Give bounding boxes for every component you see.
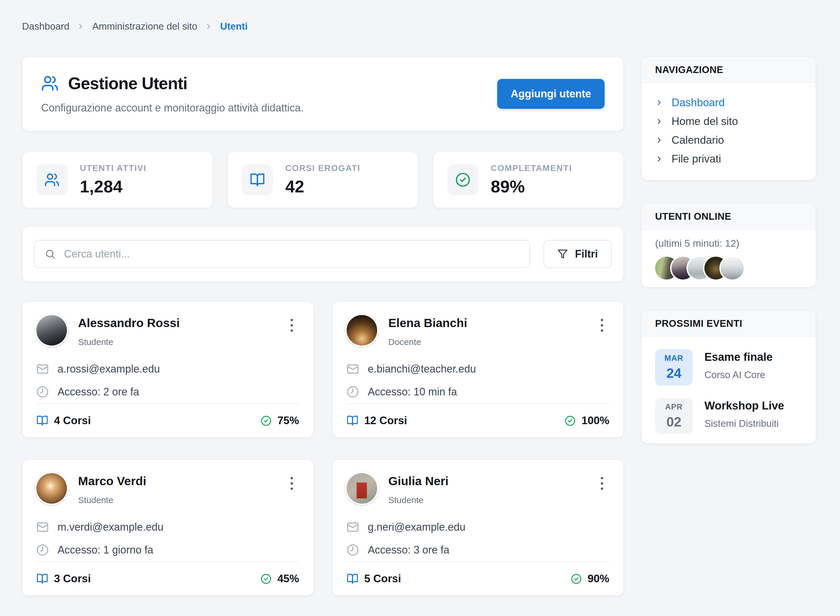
event-title: Esame finale [704, 351, 772, 364]
sidebar-item-label: Home del sito [671, 115, 738, 128]
check-circle-icon [261, 415, 272, 426]
mail-icon [347, 363, 359, 375]
upcoming-events-block: PROSSIMI EVENTI MAR 24 Esame finale Cors… [641, 310, 816, 444]
user-email: g.neri@example.edu [347, 521, 609, 533]
user-email-text: m.verdi@example.edu [57, 521, 163, 533]
book-open-icon [347, 415, 358, 427]
clock-icon [347, 386, 359, 398]
avatar [347, 473, 377, 504]
search-input[interactable] [64, 248, 520, 260]
user-email-text: a.rossi@example.edu [57, 363, 160, 375]
user-menu-button[interactable] [284, 473, 299, 494]
page-header-card: Gestione Utenti Configurazione account e… [22, 57, 624, 131]
avatar [37, 473, 67, 504]
user-courses-text: 3 Corsi [54, 573, 91, 585]
user-card: Alessandro Rossi Studente a.rossi@exampl… [22, 301, 313, 438]
filters-label: Filtri [575, 248, 598, 260]
sidebar: NAVIGAZIONE Dashboard Home del sito Cale… [641, 57, 816, 467]
user-last-access: Accesso: 10 min fa [347, 386, 609, 398]
user-last-access: Accesso: 3 ore fa [347, 544, 609, 556]
avatar [347, 315, 377, 346]
page-subtitle: Configurazione account e monitoraggio at… [41, 102, 304, 114]
user-completion-text: 45% [278, 573, 299, 585]
user-last-access-text: Accesso: 1 giorno fa [57, 544, 153, 556]
user-menu-button[interactable] [595, 315, 609, 336]
filters-button[interactable]: Filtri [543, 240, 612, 268]
user-completion-text: 90% [587, 573, 609, 585]
event-date-badge: APR 02 [655, 398, 693, 434]
stats-row: UTENTI ATTIVI 1,284 CORSI EROGATI 42 COM… [22, 152, 624, 208]
user-courses: 3 Corsi [37, 573, 91, 585]
user-courses-text: 5 Corsi [364, 573, 401, 585]
online-avatars [655, 257, 802, 280]
page-title: Gestione Utenti [68, 73, 187, 93]
stat-label: CORSI EROGATI [285, 163, 360, 173]
user-grid: Alessandro Rossi Studente a.rossi@exampl… [22, 301, 624, 596]
sidebar-item-calendar[interactable]: Calendario [655, 131, 802, 150]
user-courses-text: 4 Corsi [54, 415, 91, 427]
stat-card-courses: CORSI EROGATI 42 [228, 152, 418, 208]
upcoming-events-title: PROSSIMI EVENTI [642, 311, 816, 336]
book-open-icon [242, 164, 273, 195]
user-completion: 90% [571, 573, 609, 585]
user-menu-button[interactable] [284, 315, 299, 336]
user-courses: 4 Corsi [37, 415, 91, 427]
user-card: Giulia Neri Studente g.neri@example.edu … [332, 459, 624, 596]
page: Dashboard Amministrazione del sito Utent… [0, 0, 840, 596]
sidebar-item-private-files[interactable]: File privati [655, 150, 802, 169]
user-menu-button[interactable] [595, 473, 609, 494]
online-user-avatar[interactable] [721, 257, 744, 280]
breadcrumb-dashboard[interactable]: Dashboard [22, 21, 69, 32]
user-role: Docente [388, 337, 583, 347]
clock-icon [347, 544, 359, 556]
chevron-right-icon [655, 98, 663, 107]
user-last-access: Accesso: 2 ore fa [37, 386, 299, 398]
breadcrumb: Dashboard Amministrazione del sito Utent… [22, 21, 816, 32]
online-users-title: UTENTI ONLINE [642, 204, 816, 229]
chevron-right-icon [205, 23, 213, 30]
event-item: APR 02 Workshop Live Sistemi Distribuiti [655, 398, 802, 434]
event-day: 24 [666, 365, 681, 381]
stat-value: 1,284 [80, 177, 147, 196]
breadcrumb-site-admin[interactable]: Amministrazione del sito [92, 21, 197, 32]
main-content: Gestione Utenti Configurazione account e… [22, 57, 624, 596]
user-name: Marco Verdi [78, 474, 273, 488]
chevron-right-icon [655, 136, 663, 144]
user-last-access: Accesso: 1 giorno fa [37, 544, 299, 556]
user-last-access-text: Accesso: 3 ore fa [368, 544, 449, 556]
user-email-text: g.neri@example.edu [368, 521, 466, 533]
user-email-text: e.bianchi@teacher.edu [368, 363, 476, 375]
check-circle-icon [571, 573, 582, 584]
user-email: m.verdi@example.edu [37, 521, 299, 533]
user-completion-text: 100% [582, 415, 609, 427]
user-role: Studente [78, 337, 273, 347]
user-name: Elena Bianchi [388, 316, 583, 330]
filter-icon [557, 249, 568, 259]
sidebar-item-label: Dashboard [671, 97, 725, 109]
users-icon [37, 164, 68, 195]
online-users-count: (ultimi 5 minuti: 12) [655, 238, 802, 249]
check-circle-icon [447, 164, 479, 195]
user-completion: 100% [565, 415, 609, 427]
event-month: APR [665, 402, 683, 412]
user-last-access-text: Accesso: 10 min fa [368, 386, 457, 398]
event-date-badge: MAR 24 [655, 349, 693, 386]
clock-icon [37, 544, 49, 556]
user-completion: 75% [261, 415, 299, 427]
event-item: MAR 24 Esame finale Corso AI Core [655, 349, 802, 386]
sidebar-item-dashboard[interactable]: Dashboard [655, 93, 802, 112]
chevron-right-icon [77, 23, 85, 30]
book-open-icon [37, 415, 48, 427]
search-icon [45, 248, 56, 260]
sidebar-item-site-home[interactable]: Home del sito [655, 112, 802, 131]
stat-label: UTENTI ATTIVI [80, 163, 147, 173]
add-user-button[interactable]: Aggiungi utente [497, 79, 605, 109]
user-role: Studente [78, 495, 273, 505]
user-courses: 5 Corsi [347, 573, 401, 585]
mail-icon [37, 521, 49, 533]
book-open-icon [347, 573, 358, 585]
chevron-right-icon [655, 155, 663, 163]
user-email: a.rossi@example.edu [37, 363, 299, 375]
breadcrumb-current: Utenti [220, 21, 248, 32]
user-name: Giulia Neri [388, 474, 583, 488]
